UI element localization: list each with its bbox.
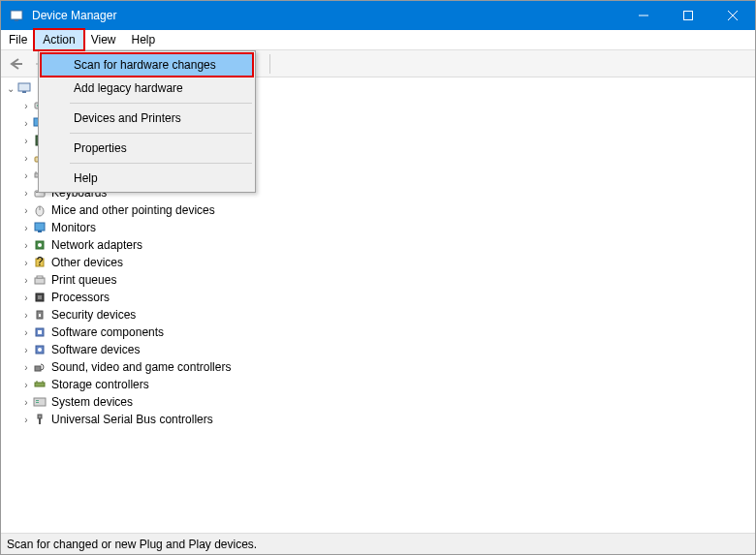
device-category-icon — [32, 237, 47, 253]
expander-icon[interactable]: › — [20, 362, 32, 373]
expander-icon[interactable]: › — [20, 153, 32, 164]
expander-icon[interactable]: › — [20, 397, 32, 408]
tree-item[interactable]: ›Security devices — [5, 306, 751, 324]
tree-item-label: Software devices — [49, 343, 142, 356]
menu-help-item-label: Help — [68, 171, 253, 185]
device-category-icon — [32, 324, 47, 340]
tree-item[interactable]: ›Universal Serial Bus controllers — [5, 411, 751, 428]
expander-icon[interactable]: › — [20, 310, 32, 321]
svg-rect-0 — [11, 11, 22, 19]
svg-rect-48 — [36, 400, 39, 401]
tree-item-label: Software components — [49, 325, 166, 339]
expander-icon[interactable]: › — [20, 275, 32, 286]
tree-item[interactable]: ›Processors — [5, 289, 751, 306]
window-title: Device Manager — [32, 9, 621, 22]
menubar: File Action View Help Scan for hardware … — [1, 30, 755, 50]
dropdown-separator — [70, 103, 252, 104]
tree-item-label: Security devices — [49, 308, 138, 322]
svg-rect-1 — [15, 19, 18, 21]
menu-file[interactable]: File — [1, 30, 35, 49]
tree-item[interactable]: ›Print queues — [5, 271, 751, 289]
back-button[interactable] — [5, 52, 28, 76]
tree-item-label: Storage controllers — [49, 378, 151, 391]
tree-item[interactable]: ›Storage controllers — [5, 376, 751, 393]
menu-scan-hardware-label: Scan for hardware changes — [68, 58, 253, 72]
tree-item-label: Network adapters — [49, 238, 144, 252]
menu-help-item[interactable]: Help — [41, 167, 253, 190]
tree-item[interactable]: ›Monitors — [5, 219, 751, 236]
expander-icon[interactable]: › — [20, 293, 32, 303]
svg-point-30 — [38, 243, 42, 247]
device-category-icon — [32, 307, 47, 323]
tree-item-label: Other devices — [49, 256, 125, 269]
svg-rect-49 — [36, 402, 39, 403]
expander-icon[interactable]: › — [20, 380, 32, 390]
tree-item-label: System devices — [49, 395, 135, 409]
app-icon — [9, 8, 24, 23]
svg-rect-8 — [18, 83, 30, 91]
svg-point-52 — [40, 416, 41, 417]
expander-icon[interactable]: › — [20, 327, 32, 338]
menu-devices-printers-label: Devices and Printers — [68, 111, 253, 125]
expander-icon[interactable]: › — [20, 415, 32, 425]
menu-add-legacy[interactable]: Add legacy hardware — [41, 77, 253, 100]
svg-rect-28 — [38, 231, 42, 232]
svg-rect-9 — [22, 91, 26, 93]
expander-icon[interactable]: › — [20, 240, 32, 251]
expander-icon[interactable]: › — [20, 170, 32, 181]
menu-action[interactable]: Action — [35, 30, 82, 49]
tree-item-label: Print queues — [49, 273, 118, 287]
svg-rect-3 — [684, 12, 693, 20]
svg-rect-43 — [35, 366, 41, 371]
menu-scan-hardware[interactable]: Scan for hardware changes — [41, 53, 253, 77]
tree-item[interactable]: ›System devices — [5, 393, 751, 411]
tree-item[interactable]: ›?Other devices — [5, 254, 751, 271]
device-category-icon — [32, 394, 47, 410]
expander-icon[interactable]: › — [20, 101, 32, 111]
action-dropdown: Scan for hardware changes Add legacy har… — [38, 50, 256, 193]
svg-rect-40 — [38, 330, 42, 334]
svg-text:?: ? — [37, 256, 44, 268]
menu-view[interactable]: View — [83, 30, 124, 49]
close-button[interactable] — [710, 1, 755, 30]
toolbar-separator — [269, 54, 270, 74]
expander-icon[interactable]: › — [20, 345, 32, 355]
titlebar: Device Manager — [1, 1, 755, 30]
expander-icon[interactable]: ⌄ — [5, 83, 16, 94]
menu-properties[interactable]: Properties — [41, 137, 253, 160]
expander-icon[interactable]: › — [20, 205, 32, 216]
menu-devices-printers[interactable]: Devices and Printers — [41, 107, 253, 130]
minimize-button[interactable] — [621, 1, 666, 30]
svg-rect-38 — [39, 314, 41, 317]
expander-icon[interactable]: › — [20, 118, 32, 129]
computer-icon — [16, 80, 32, 96]
statusbar: Scan for changed or new Plug and Play de… — [1, 533, 755, 554]
menu-add-legacy-label: Add legacy hardware — [68, 81, 253, 95]
statusbar-text: Scan for changed or new Plug and Play de… — [7, 538, 257, 551]
svg-rect-36 — [38, 295, 42, 299]
device-category-icon — [32, 220, 47, 235]
tree-item[interactable]: ›Network adapters — [5, 236, 751, 254]
expander-icon[interactable]: › — [20, 223, 32, 233]
svg-rect-44 — [35, 383, 45, 386]
svg-rect-34 — [37, 276, 43, 278]
svg-rect-33 — [35, 278, 45, 284]
tree-item-label: Universal Serial Bus controllers — [49, 413, 215, 426]
maximize-button[interactable] — [666, 1, 710, 30]
tree-item[interactable]: ›Software components — [5, 324, 751, 341]
svg-rect-47 — [34, 398, 46, 406]
tree-item[interactable]: ›Software devices — [5, 341, 751, 358]
menu-help[interactable]: Help — [124, 30, 164, 49]
device-category-icon — [32, 290, 47, 305]
dropdown-separator — [70, 163, 252, 164]
device-category-icon — [32, 359, 47, 375]
expander-icon[interactable]: › — [20, 136, 32, 146]
tree-item[interactable]: ›Sound, video and game controllers — [5, 358, 751, 376]
tree-item[interactable]: ›Mice and other pointing devices — [5, 201, 751, 219]
expander-icon[interactable]: › — [20, 188, 32, 199]
dropdown-separator — [70, 133, 252, 134]
expander-icon[interactable]: › — [20, 258, 32, 268]
device-category-icon — [32, 342, 47, 357]
device-category-icon — [32, 377, 47, 392]
tree-item-label: Mice and other pointing devices — [49, 203, 217, 217]
